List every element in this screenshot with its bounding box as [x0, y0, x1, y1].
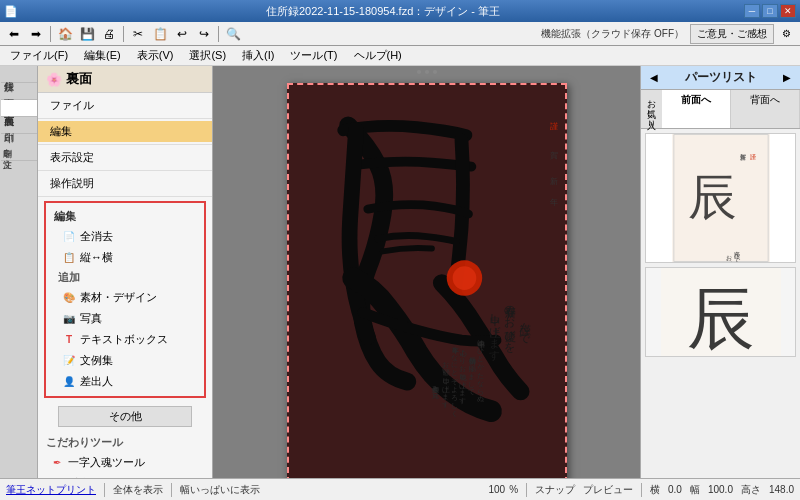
parts-item-2[interactable]: 辰: [645, 267, 796, 357]
sender-label: 差出人: [80, 374, 113, 389]
photo-icon: 📷: [62, 312, 76, 326]
menu-edit[interactable]: 編集(E): [76, 46, 129, 65]
right-panel-tabs: お気に入り 前面へ 背面へ: [641, 90, 800, 129]
sender-icon: 👤: [62, 375, 76, 389]
textbox-label: テキストボックス: [80, 332, 168, 347]
file-btn[interactable]: ファイル: [38, 95, 212, 116]
tab-favorites[interactable]: お気に入り: [641, 90, 662, 128]
file-label: ファイル: [50, 98, 94, 113]
svg-text:本年もなにとぞよろしく: 本年もなにとぞよろしく: [450, 341, 458, 418]
tab-back[interactable]: 背面へ: [731, 90, 800, 128]
parts-item-1[interactable]: 謹 賀新年 辰 謹んで新春の お慶びを申し上げます: [645, 133, 796, 263]
zoom-value: 100: [488, 484, 505, 495]
menu-tools[interactable]: ツール(T): [282, 46, 345, 65]
sender-btn[interactable]: 👤 差出人: [50, 371, 200, 392]
textbox-btn[interactable]: T テキストボックス: [50, 329, 200, 350]
zoom-control: 100 %: [488, 484, 518, 495]
sidebar-item-order[interactable]: 印刷を注文: [1, 134, 37, 161]
menu-view[interactable]: 表示(V): [129, 46, 182, 65]
panel-outlined-edit: 編集 📄 全消去 📋 縦↔横 追加 🎨 素材・デザイン 📷 写真 T テキストボ…: [44, 201, 206, 398]
h-value: 148.0: [769, 484, 794, 495]
network-label[interactable]: 筆王ネットプリント: [6, 483, 96, 497]
panel-section-edit-top: 編集: [38, 119, 212, 145]
zoom-unit: %: [509, 484, 518, 495]
settings-icon[interactable]: ⚙: [776, 24, 796, 44]
panel-header: 🌸 裏面: [38, 66, 212, 93]
panel-arrow-right[interactable]: ▶: [780, 71, 794, 84]
svg-text:新春のお慶びを: 新春のお慶びを: [503, 298, 516, 353]
svg-text:辰: 辰: [687, 281, 755, 357]
sidebar-item-print[interactable]: 印刷: [1, 117, 37, 134]
cut-button[interactable]: ✂: [128, 24, 148, 44]
copy-button[interactable]: 📋: [150, 24, 170, 44]
clear-all-btn[interactable]: 📄 全消去: [50, 226, 200, 247]
svg-text:お慶びを申し上げます: お慶びを申し上げます: [724, 251, 732, 263]
status-bar: 筆王ネットプリント 全体を表示 幅いっぱいに表示 100 % スナップ プレビュ…: [0, 478, 800, 500]
panel-arrow-left[interactable]: ◀: [647, 71, 661, 84]
search-button[interactable]: 🔍: [223, 24, 243, 44]
canvas-area[interactable]: 謹んで 新春のお慶びを 申し上げます 旧年中はひとかたならぬ 御厚情を賜りまして…: [213, 66, 640, 500]
preview-label[interactable]: プレビュー: [583, 483, 633, 497]
panel-header-icon: 🌸: [46, 72, 62, 87]
toolbar-sep2: [123, 26, 124, 42]
panel-section-file: ファイル: [38, 93, 212, 119]
postcard[interactable]: 謹んで 新春のお慶びを 申し上げます 旧年中はひとかたならぬ 御厚情を賜りまして…: [287, 83, 567, 483]
menu-insert[interactable]: 挿入(I): [234, 46, 282, 65]
svg-text:謹んで新春の: 謹んで新春の: [732, 247, 740, 263]
main-layout: 住所録 表面 裏面 印刷 印刷を注文 🌸 裏面 ファイル 編集 表示設定: [0, 66, 800, 500]
menu-file[interactable]: ファイル(F): [2, 46, 76, 65]
close-button[interactable]: ✕: [780, 4, 796, 18]
svg-text:申し上げます: 申し上げます: [489, 306, 502, 362]
undo-button[interactable]: ↩: [172, 24, 192, 44]
svg-text:心よりお礼申し上げます: 心よりお礼申し上げます: [458, 344, 466, 405]
rotate-btn[interactable]: 📋 縦↔横: [50, 247, 200, 268]
photo-btn[interactable]: 📷 写真: [50, 308, 200, 329]
tab-front[interactable]: 前面へ: [662, 90, 731, 128]
svg-text:お願い申し上げます: お願い申し上げます: [441, 356, 449, 409]
display-btn[interactable]: 表示設定: [38, 147, 212, 168]
right-panel-header: ◀ パーツリスト ▶: [641, 66, 800, 90]
svg-point-2: [452, 266, 476, 290]
forward-button[interactable]: ➡: [26, 24, 46, 44]
right-panel-content: 謹 賀新年 辰 謹んで新春の お慶びを申し上げます 辰: [641, 129, 800, 500]
sidebar-item-address[interactable]: 住所録: [1, 66, 37, 83]
fit-width-btn[interactable]: 幅いっぱいに表示: [180, 483, 260, 497]
print-button[interactable]: 🖨: [99, 24, 119, 44]
window-title: 住所録2022-11-15-180954.fzd：デザイン - 筆王: [22, 4, 744, 19]
calligraphy-svg: 謹んで 新春のお慶びを 申し上げます 旧年中はひとかたならぬ 御厚情を賜りまして…: [289, 85, 565, 481]
material-icon: 🎨: [62, 291, 76, 305]
redo-button[interactable]: ↪: [194, 24, 214, 44]
material-design-btn[interactable]: 🎨 素材・デザイン: [50, 287, 200, 308]
save-button[interactable]: 💾: [77, 24, 97, 44]
feedback-button[interactable]: ご意見・ご感想: [690, 24, 774, 44]
sidebar-item-back[interactable]: 裏面: [1, 100, 37, 117]
left-sidebar: 住所録 表面 裏面 印刷 印刷を注文: [0, 66, 38, 500]
edit-top-label: 編集: [50, 124, 72, 139]
home-button[interactable]: 🏠: [55, 24, 75, 44]
sidebar-item-front[interactable]: 表面: [1, 83, 37, 100]
x-label: 横: [650, 483, 660, 497]
help-btn[interactable]: 操作説明: [38, 173, 212, 194]
menu-help[interactable]: ヘルプ(H): [346, 46, 410, 65]
ichi-tool-btn[interactable]: ✒ 一字入魂ツール: [38, 452, 212, 473]
edit-section-label: 編集: [50, 207, 200, 226]
all-pages-btn[interactable]: 全体を表示: [113, 483, 163, 497]
template-label: 文例集: [80, 353, 113, 368]
right-panel: ◀ パーツリスト ▶ お気に入り 前面へ 背面へ 謹: [640, 66, 800, 500]
panel-section-help: 操作説明: [38, 171, 212, 197]
template-btn[interactable]: 📝 文例集: [50, 350, 200, 371]
rotate-icon: 📋: [62, 251, 76, 265]
menu-select[interactable]: 選択(S): [181, 46, 234, 65]
edit-top-btn[interactable]: 編集: [38, 121, 212, 142]
snap-label[interactable]: スナップ: [535, 483, 575, 497]
kodawari-label: こだわりツール: [38, 433, 212, 452]
toolbar: ⬅ ➡ 🏠 💾 🖨 ✂ 📋 ↩ ↪ 🔍 機能拡張（クラウド保存 OFF） ご意見…: [0, 22, 800, 46]
right-panel-title: パーツリスト: [685, 69, 757, 86]
top-dots: [417, 70, 437, 74]
back-button[interactable]: ⬅: [4, 24, 24, 44]
minimize-button[interactable]: ─: [744, 4, 760, 18]
sono-hoka-btn[interactable]: その他: [58, 406, 192, 427]
maximize-button[interactable]: □: [762, 4, 778, 18]
svg-text:御厚情を賜りまして: 御厚情を賜りまして: [467, 352, 475, 395]
tab-front-label: 前面へ: [681, 94, 711, 105]
